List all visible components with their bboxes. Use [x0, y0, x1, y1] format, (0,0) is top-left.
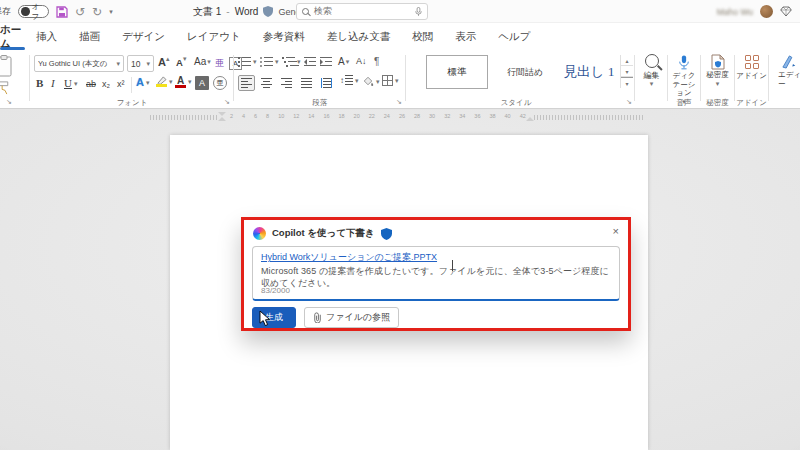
tab-layout[interactable]: レイアウト	[176, 23, 252, 51]
strikethrough-button[interactable]: ab	[86, 79, 96, 89]
align-right-button[interactable]	[278, 75, 295, 91]
font-name-select[interactable]: Yu Gothic UI (本文の ▾	[34, 55, 124, 72]
bullet-list-icon	[238, 57, 251, 66]
grow-font-button[interactable]: A▴	[158, 56, 169, 68]
browse-files-button[interactable]: ファイルの参照	[304, 307, 399, 328]
align-center-icon	[261, 78, 272, 88]
copilot-prompt-input[interactable]: Hybrid Workソリューションのご提案.PPTX Microsoft 36…	[252, 246, 620, 301]
tab-help[interactable]: ヘルプ	[487, 23, 541, 51]
toggle-knob-icon	[21, 7, 30, 16]
tab-review[interactable]: 校閲	[401, 23, 444, 51]
enclose-circle-button[interactable]: 亜	[213, 76, 227, 90]
redo-icon[interactable]: ↻	[92, 6, 102, 18]
sensitivity-shield-icon	[263, 6, 273, 17]
numbering-button[interactable]: ▾	[260, 57, 279, 66]
search-icon	[302, 8, 309, 15]
document-workspace: 24681012141618202224262830323436384042 C…	[0, 110, 800, 450]
paragraph-dialog-launcher-icon[interactable]: ↘	[396, 98, 402, 106]
highlight-color-button[interactable]: ▾	[156, 76, 173, 87]
addins-button[interactable]: アドイン	[736, 55, 767, 81]
tab-view[interactable]: 表示	[444, 23, 487, 51]
editing-group-caret-icon: ▾	[650, 80, 654, 87]
text-cursor	[452, 260, 453, 271]
styles-more-icon[interactable]: ▾	[621, 77, 633, 88]
underline-caret-icon: ▾	[74, 80, 78, 87]
tab-mailings[interactable]: 差し込み文書	[316, 23, 402, 51]
ribbon-tab-row: ホーム 挿入 描画 デザイン レイアウト 参考資料 差し込み文書 校閲 表示 ヘ…	[0, 23, 800, 51]
tab-design[interactable]: デザイン	[111, 23, 176, 51]
sensitivity-button[interactable]: 秘密度 ▾	[702, 54, 733, 87]
increase-indent-button[interactable]	[320, 57, 332, 66]
distribute-text-button[interactable]: A▾	[338, 56, 349, 67]
font-size-select[interactable]: 10 ▾	[127, 55, 154, 72]
tab-home[interactable]: ホーム	[0, 23, 25, 51]
borders-button[interactable]: ▾	[382, 75, 399, 86]
find-magnifier-icon	[645, 54, 659, 68]
show-marks-button[interactable]: ¶	[374, 56, 379, 67]
styles-up-icon[interactable]: ▴	[621, 55, 633, 66]
styles-down-icon[interactable]: ▾	[621, 66, 633, 77]
justify-button[interactable]	[298, 75, 315, 91]
decrease-indent-button[interactable]	[304, 57, 316, 66]
tab-insert[interactable]: 挿入	[25, 23, 68, 51]
sensitivity-group-label: 秘密度	[702, 98, 733, 108]
styles-dialog-launcher-icon[interactable]: ↘	[626, 98, 632, 106]
underline-button[interactable]: U▾	[64, 77, 77, 89]
superscript-button[interactable]: x²	[117, 79, 125, 89]
distributed-button[interactable]	[318, 75, 335, 91]
tab-references[interactable]: 参考資料	[252, 23, 316, 51]
increase-indent-icon	[320, 57, 332, 66]
avatar[interactable]	[760, 5, 773, 18]
align-left-button[interactable]	[238, 75, 255, 91]
subscript-button[interactable]: x₂	[102, 79, 110, 89]
style-normal[interactable]: 標準	[426, 55, 488, 89]
horizontal-ruler[interactable]: 24681012141618202224262830323436384042	[148, 113, 648, 122]
referenced-file-link[interactable]: Hybrid Workソリューションのご提案.PPTX	[261, 251, 611, 264]
char-counter: 83/2000	[261, 286, 290, 295]
document-title: 文書 1	[193, 5, 221, 19]
font-dialog-launcher-icon[interactable]: ↘	[224, 98, 230, 106]
font-size-value: 10	[131, 59, 144, 69]
tab-draw[interactable]: 描画	[68, 23, 111, 51]
search-mic-icon[interactable]	[415, 7, 422, 17]
gem-icon[interactable]	[780, 6, 792, 17]
shading-button[interactable]: ▾	[362, 75, 380, 87]
styles-gallery-arrows[interactable]: ▴ ▾ ▾	[620, 55, 633, 88]
character-shading-button[interactable]: A	[195, 76, 209, 90]
underline-glyph: U	[64, 77, 72, 89]
editor-button[interactable]: エディター	[778, 54, 800, 88]
numbering-caret-icon: ▾	[275, 58, 279, 65]
style-no-spacing[interactable]: 行間詰め	[496, 55, 554, 89]
italic-button[interactable]: I	[51, 77, 55, 89]
sort-button[interactable]: A↓	[356, 56, 367, 66]
shrink-font-button[interactable]: A▾	[176, 57, 186, 68]
align-center-button[interactable]	[258, 75, 275, 91]
indent-marker-left-icon[interactable]	[218, 112, 226, 116]
phonetic-guide-button[interactable]: 亜	[215, 57, 224, 70]
search-input[interactable]: 検索	[296, 3, 428, 20]
grow-font-glyph: A	[158, 56, 166, 68]
quick-access-caret-icon[interactable]: ▾	[109, 8, 113, 15]
bold-button[interactable]: B	[36, 77, 43, 89]
dictate-label: ディクテーション	[669, 72, 699, 98]
font-color-button[interactable]: A ▾	[175, 75, 192, 88]
format-painter-icon[interactable]	[0, 80, 12, 95]
undo-icon[interactable]: ↺	[75, 6, 85, 18]
title-separator: -	[226, 6, 229, 17]
line-spacing-button[interactable]: ↕ ▾	[340, 75, 359, 85]
change-case-button[interactable]: Aa▾	[194, 56, 211, 67]
paste-icon[interactable]	[0, 55, 16, 79]
multilevel-list-button[interactable]: ▾	[282, 57, 301, 66]
hanging-indent-marker-icon[interactable]	[218, 117, 226, 121]
save-icon[interactable]	[56, 6, 68, 18]
close-icon[interactable]: ×	[613, 225, 619, 237]
clipboard-dialog-launcher-icon[interactable]: ↘	[6, 98, 12, 106]
editing-group-button[interactable]: 編集 ▾	[637, 54, 666, 87]
text-effects-button[interactable]: A▾	[136, 76, 149, 88]
font-size-caret-icon: ▾	[146, 60, 150, 67]
style-heading1[interactable]: 見出し 1	[558, 55, 620, 89]
indent-marker-right-icon[interactable]	[526, 117, 534, 121]
multilevel-caret-icon: ▾	[297, 58, 301, 65]
bullets-button[interactable]: ▾	[238, 57, 257, 66]
autosave-toggle[interactable]: オフ	[18, 5, 49, 18]
